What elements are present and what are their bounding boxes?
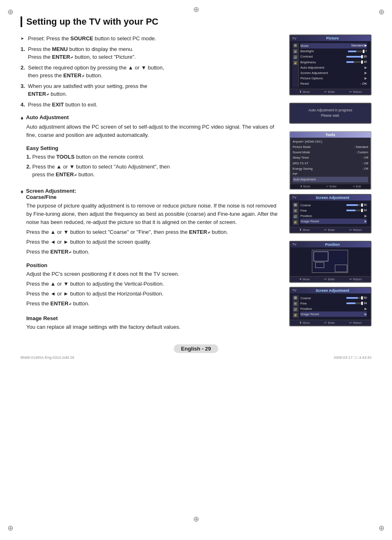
coarse-fill-2 <box>346 297 358 299</box>
coarse-bar-wrap-1: 50 <box>346 203 367 208</box>
screen-adj-body-1: 🖼 ⚙ 🔊 ⚡ Coarse <box>290 201 371 227</box>
screen-adjustment-body: The purpose of picture quality adjustmen… <box>21 202 281 256</box>
pos-inner-rect-3 <box>315 262 324 268</box>
picture-panel-title: Picture <box>296 36 369 40</box>
auto-adjustment-header: ♦ Auto Adjustment <box>21 114 281 121</box>
image-reset-arrow-1: ▶ <box>364 219 367 224</box>
coarse-label-2: Coarse <box>300 296 311 300</box>
diamond-icon-2: ♦ <box>21 188 23 195</box>
tools-sndmode-val: : Custom <box>356 150 368 155</box>
s1-enter-label: Enter <box>328 228 335 231</box>
screen-adj-panel-2: TV Screen Adjustment 🖼 ⚙ 🔊 ⚡ Coarse <box>289 287 371 326</box>
tools-panel: Tools Anynet+ (HDMI-CEC) Picture Mode : … <box>289 131 371 190</box>
brightness-thumb <box>361 60 363 64</box>
backlight-label: Backlight <box>300 49 314 53</box>
tools-srs-row: SRS TS XT : Off <box>293 161 368 166</box>
auto-adj-line1: Auto Adjustment in progress <box>294 108 367 113</box>
s2-footer-enter: ↵ Enter <box>324 321 335 325</box>
tools-sleep-val: : Off <box>362 155 368 160</box>
position-step-3: Press the ENTER↵ button. <box>26 300 281 308</box>
position-label-2: Position <box>300 307 312 311</box>
tools-energy-val: : Off <box>362 166 368 171</box>
tools-srs-label: SRS TS XT <box>293 161 309 166</box>
coarse-fill-1 <box>346 204 358 206</box>
pos-inner-rect-1 <box>314 252 328 261</box>
backlight-bar-wrap: 7 <box>348 49 367 54</box>
position-visual <box>312 250 349 274</box>
picture-sidebar: 🖼 ⚙ 🔊 ⚡ <box>292 42 299 88</box>
screen-adj-tv-label-2: TV <box>292 288 296 292</box>
step-list: 1. Press the MENU button to display the … <box>21 45 281 109</box>
screen-adj-step-2: Press the ◄ or ► button to adjust the sc… <box>26 238 281 246</box>
pos-enter-icon: ↵ <box>324 277 327 281</box>
auto-adj-progress-panel: Auto Adjustment in progress Please wait. <box>289 103 371 124</box>
picture-panel-header: TV Picture <box>290 35 371 41</box>
tools-sleep-label: Sleep Timer <box>293 155 309 160</box>
tools-exit-label: Exit <box>356 185 361 188</box>
enter-label: Enter <box>328 90 335 93</box>
auto-adj-row: Auto Adjustment ▶ <box>300 65 367 70</box>
brightness-val: 45 <box>364 60 367 65</box>
backlight-fill <box>348 51 356 52</box>
step-num-1: 1. <box>21 45 25 53</box>
page-footer: English - 29 BN68-01465A-Eng-0310.indd 2… <box>21 344 371 360</box>
contrast-thumb <box>361 55 363 58</box>
pic-icon-4: ⚡ <box>293 61 297 65</box>
screen-adj-arrow: ▶ <box>364 71 367 75</box>
step-4: 4. Press the EXIT button to exit. <box>21 101 281 109</box>
screen-adj-footer-2: ⬆ Move ↵ Enter ↩ Return <box>290 320 371 325</box>
pic-icon-2: ⚙ <box>293 49 297 53</box>
screen-adj-title-2: Screen Adjustment <box>296 288 369 293</box>
image-reset-title: Image Reset <box>26 315 281 321</box>
s2-icon-3: 🔊 <box>293 307 297 312</box>
picture-panel: TV Picture 🖼 ⚙ 🔊 ⚡ Mode Standard ▶ <box>289 35 371 95</box>
mode-value: Standard ▶ <box>351 44 367 48</box>
auto-adjustment-section: ♦ Auto Adjustment Auto adjustment allows… <box>21 114 281 139</box>
tools-footer: ⬆ Move ↵ Enter ↩ Exit <box>290 184 371 189</box>
position-tv-label: TV <box>292 242 296 246</box>
screen-adj-panel-1: TV Screen Adjustment 🖼 ⚙ 🔊 ⚡ Coarse <box>289 194 371 233</box>
s1-return-label: Return <box>353 228 362 231</box>
position-arrow-1: ▶ <box>364 214 367 218</box>
page: Setting up the TV with your PC Preset: P… <box>0 0 392 540</box>
tools-exit-icon: ↩ <box>353 185 355 188</box>
screen-adj-content-1: Coarse 50 Fine <box>299 202 369 226</box>
tools-energy-label: Energy Saving <box>293 166 313 171</box>
brightness-row: Brightness 45 <box>300 60 367 65</box>
s2-move-icon: ⬆ <box>299 321 302 325</box>
picture-footer: ⬆ Move ↵ Enter ↩ Return <box>290 89 371 95</box>
tools-picmode-label: Picture Mode <box>293 145 311 149</box>
fine-val-2: 34 <box>364 301 367 306</box>
reset-row: Reset : OK <box>300 81 367 86</box>
pos-footer-enter: ↵ Enter <box>324 277 335 281</box>
screen-adj-label: Screen Adjustment <box>300 71 328 75</box>
footer-move: ⬆ Move <box>299 90 310 94</box>
pos-footer-return: ↩ Return <box>349 277 362 281</box>
pos-return-label: Return <box>353 278 362 281</box>
fine-thumb-1 <box>361 209 363 212</box>
tools-footer-enter: ↵ Enter <box>326 185 337 188</box>
auto-adjustment-body: Auto adjustment allows the PC screen of … <box>21 123 281 139</box>
coarse-fine-title: Coarse/Fine <box>26 194 56 200</box>
contrast-row: Contrast 95 <box>300 54 367 59</box>
pic-icon-3: 🔊 <box>293 55 297 59</box>
position-step-2: Press the ◄ or ► button to adjust the Ho… <box>26 290 281 298</box>
footer-info: BN68-01465A-Eng-0310.indd 29 2008-03-17 … <box>21 355 371 360</box>
s2-icon-1: 🖼 <box>293 296 297 300</box>
tools-pip-row: PIP <box>293 171 368 177</box>
tools-picmode-row: Picture Mode : Standard <box>293 144 368 150</box>
pos-inner-rect-2 <box>335 265 347 272</box>
s2-move-label: Move <box>303 321 310 324</box>
screen-adj-row: Screen Adjustment ▶ <box>300 70 367 76</box>
coarse-bar-2 <box>346 297 363 299</box>
preset-note: Preset: Press the SOURCE button to selec… <box>21 35 281 43</box>
s1-icon-2: ⚙ <box>293 209 297 213</box>
screen-adj-title-1: Screen Adjustment <box>296 196 369 200</box>
position-panel-header: TV Position <box>290 242 371 247</box>
pic-opts-row: Picture Options ▶ <box>300 76 367 81</box>
contrast-bar <box>346 56 363 58</box>
screen-adj-sidebar-2: 🖼 ⚙ 🔊 ⚡ <box>292 295 299 318</box>
backlight-val: 7 <box>365 49 367 54</box>
s1-footer-move: ⬆ Move <box>299 228 310 232</box>
s1-move-label: Move <box>303 228 310 231</box>
